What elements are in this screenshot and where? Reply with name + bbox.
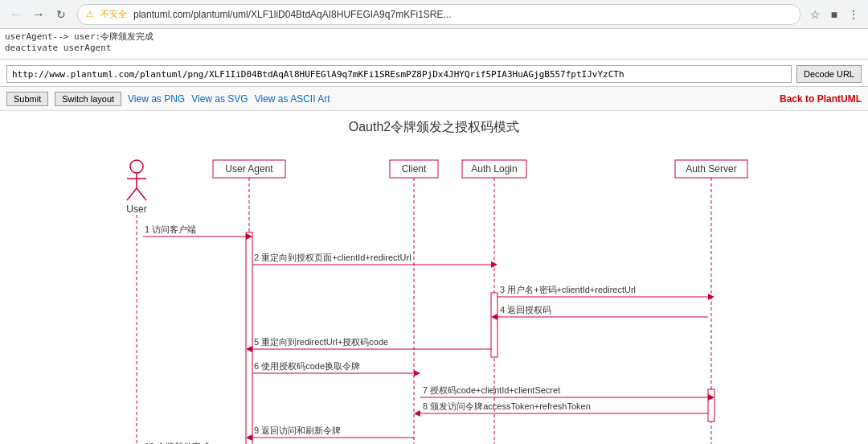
browser-chrome: ← → ↻ ⚠ 不安全 plantuml.com/plantuml/uml/XL… xyxy=(0,0,868,29)
switch-layout-button[interactable]: Switch layout xyxy=(55,92,121,106)
back-to-text: Back to PlantUML xyxy=(780,93,862,105)
url-decode-area: Decode URL xyxy=(0,62,868,87)
svg-rect-21 xyxy=(708,389,714,421)
nav-buttons: ← → ↻ xyxy=(6,5,71,24)
user-figure-top: User xyxy=(126,160,146,215)
svg-point-0 xyxy=(130,160,143,173)
decode-url-button[interactable]: Decode URL xyxy=(796,65,862,83)
diagram-title: Oauth2令牌颁发之授权码模式 xyxy=(88,119,780,136)
svg-rect-20 xyxy=(491,293,497,357)
svg-marker-44 xyxy=(414,410,420,417)
view-png-link[interactable]: View as PNG xyxy=(128,93,185,105)
plantuml-code-textarea[interactable]: userAgent--> user:令牌颁发完成 deactivate user… xyxy=(0,29,868,60)
bookmark-icon[interactable]: ☆ xyxy=(807,6,823,23)
submit-button[interactable]: Submit xyxy=(6,92,48,106)
svg-text:7 授权码code+clientId+clientSecre: 7 授权码code+clientId+clientSecret xyxy=(423,385,560,395)
diagram-area: Oauth2令牌颁发之授权码模式 User User Agent xyxy=(0,111,868,444)
svg-text:1 访问客户端: 1 访问客户端 xyxy=(145,224,196,234)
extension-icon[interactable]: ■ xyxy=(826,6,842,23)
insecure-icon: ⚠ xyxy=(86,9,94,19)
reload-button[interactable]: ↻ xyxy=(51,5,71,24)
diagram-container: Oauth2令牌颁发之授权码模式 User User Agent xyxy=(88,119,780,444)
address-bar[interactable]: ⚠ 不安全 plantuml.com/plantuml/uml/XLF1liD0… xyxy=(77,4,800,25)
svg-text:8 颁发访问令牌accessToken+refreshTok: 8 颁发访问令牌accessToken+refreshToken xyxy=(423,401,591,411)
svg-marker-38 xyxy=(414,370,420,376)
url-display: plantuml.com/plantuml/uml/XLF1liD04BtdAq… xyxy=(133,9,792,20)
svg-text:4 返回授权码: 4 返回授权码 xyxy=(500,305,551,314)
insecure-label: 不安全 xyxy=(100,8,127,20)
svg-text:2 重定向到授权页面+clientId+redirectUr: 2 重定向到授权页面+clientId+redirectUrl xyxy=(254,253,411,262)
svg-text:9 返回访问和刷新令牌: 9 返回访问和刷新令牌 xyxy=(254,426,341,435)
svg-text:3 用户名+密码+clientId+redirectUrl: 3 用户名+密码+clientId+redirectUrl xyxy=(500,285,636,294)
browser-toolbar-icons: ☆ ■ ⋮ xyxy=(807,6,862,23)
back-to-plantuml-link[interactable]: Back to PlantUML xyxy=(780,93,862,105)
svg-text:User Agent: User Agent xyxy=(225,163,273,175)
svg-text:Auth Login: Auth Login xyxy=(471,163,517,175)
menu-icon[interactable]: ⋮ xyxy=(845,6,862,23)
forward-button[interactable]: → xyxy=(29,5,48,24)
svg-line-3 xyxy=(127,188,137,200)
svg-text:Auth Server: Auth Server xyxy=(686,163,736,175)
view-ascii-link[interactable]: View as ASCII Art xyxy=(255,93,330,105)
svg-text:6 使用授权码code换取令牌: 6 使用授权码code换取令牌 xyxy=(254,361,360,371)
url-input[interactable] xyxy=(6,65,792,83)
back-button[interactable]: ← xyxy=(6,5,26,24)
sequence-diagram-svg: User User Agent Client Auth Login Auth S… xyxy=(88,152,780,444)
svg-text:Client: Client xyxy=(402,163,427,175)
page-toolbar: Submit Switch layout View as PNG View as… xyxy=(0,87,868,111)
svg-text:User: User xyxy=(126,204,146,215)
svg-text:5 重定向到redirectUrl+授权码code: 5 重定向到redirectUrl+授权码code xyxy=(254,337,388,347)
view-svg-link[interactable]: View as SVG xyxy=(191,93,248,105)
svg-line-4 xyxy=(137,188,146,200)
svg-rect-19 xyxy=(246,232,252,444)
